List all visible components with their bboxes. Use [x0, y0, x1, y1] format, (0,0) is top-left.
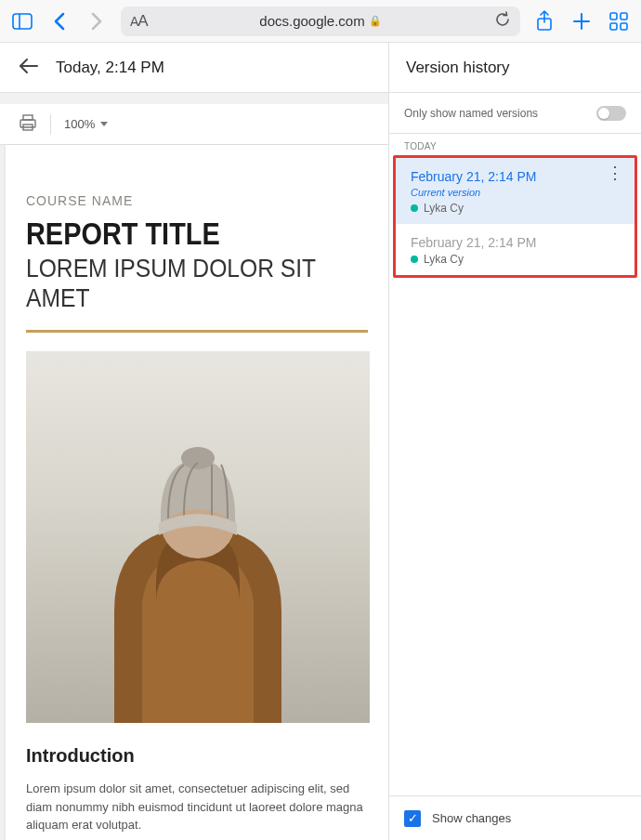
new-tab-icon[interactable] [569, 8, 595, 34]
author-name: Lyka Cy [424, 253, 464, 266]
author-dot-icon [411, 256, 418, 263]
svg-rect-8 [621, 23, 627, 30]
document-page: COURSE NAME REPORT TITLE LOREM IPSUM DOL… [6, 145, 388, 840]
hero-image [26, 351, 370, 723]
browser-toolbar: AA docs.google.com 🔒 [0, 0, 641, 43]
nav-forward-icon [84, 8, 110, 34]
nav-back-icon[interactable] [46, 8, 72, 34]
show-changes-row: ✓ Show changes [389, 795, 641, 840]
chevron-down-icon [100, 122, 108, 126]
report-subtitle: LOREM IPSUM DOLOR SIT AMET [26, 254, 327, 313]
doc-time-title: Today, 2:14 PM [56, 59, 164, 77]
version-tag: Current version [411, 187, 620, 198]
print-icon[interactable] [19, 114, 37, 135]
author-name: Lyka Cy [424, 202, 464, 215]
named-versions-toggle[interactable] [596, 106, 626, 121]
report-title: REPORT TITLE [26, 216, 317, 252]
course-label: COURSE NAME [26, 193, 368, 208]
toolbar-divider [50, 114, 51, 135]
section-heading: Introduction [26, 745, 368, 767]
version-author: Lyka Cy [411, 253, 620, 266]
show-changes-checkbox[interactable]: ✓ [404, 810, 421, 827]
address-bar[interactable]: AA docs.google.com 🔒 [121, 7, 520, 36]
show-changes-label: Show changes [432, 811, 511, 825]
document-area: 100% COURSE NAME REPORT TITLE LOREM IPSU… [0, 93, 388, 840]
sidebar-toggle-icon[interactable] [9, 8, 35, 34]
version-item[interactable]: February 21, 2:14 PM Lyka Cy [396, 224, 634, 275]
filter-label: Only show named versions [404, 107, 538, 120]
tabs-overview-icon[interactable] [606, 8, 632, 34]
panel-title: Version history [388, 43, 641, 92]
svg-point-15 [181, 447, 215, 469]
share-icon[interactable] [531, 8, 557, 34]
more-options-icon[interactable]: ⋮ [607, 171, 623, 175]
svg-rect-10 [23, 115, 33, 120]
url-text: docs.google.com [259, 13, 364, 29]
body-text: Lorem ipsum dolor sit amet, consectetuer… [26, 780, 368, 834]
svg-rect-0 [13, 14, 32, 29]
lock-icon: 🔒 [369, 15, 382, 27]
doc-toolbar: 100% [0, 104, 388, 145]
named-versions-filter: Only show named versions [389, 93, 641, 134]
version-date: February 21, 2:14 PM [411, 169, 620, 184]
reload-icon[interactable] [494, 11, 511, 32]
version-date: February 21, 2:14 PM [411, 235, 620, 250]
svg-rect-7 [610, 23, 617, 30]
reader-aa-icon[interactable]: AA [130, 12, 148, 31]
version-item-current[interactable]: February 21, 2:14 PM Current version Lyk… [396, 158, 634, 224]
author-dot-icon [411, 204, 418, 212]
section-today-label: TODAY [389, 134, 641, 155]
version-history-panel: Only show named versions TODAY February … [388, 93, 641, 840]
svg-rect-6 [621, 13, 627, 20]
app-header: Today, 2:14 PM Version history [0, 43, 641, 93]
svg-marker-13 [100, 122, 108, 126]
divider-rule [26, 330, 368, 333]
version-author: Lyka Cy [411, 202, 620, 215]
zoom-value: 100% [64, 117, 95, 131]
svg-rect-5 [610, 13, 617, 20]
highlight-box: February 21, 2:14 PM Current version Lyk… [393, 155, 637, 278]
zoom-selector[interactable]: 100% [64, 117, 108, 131]
back-arrow-icon[interactable] [19, 58, 39, 78]
